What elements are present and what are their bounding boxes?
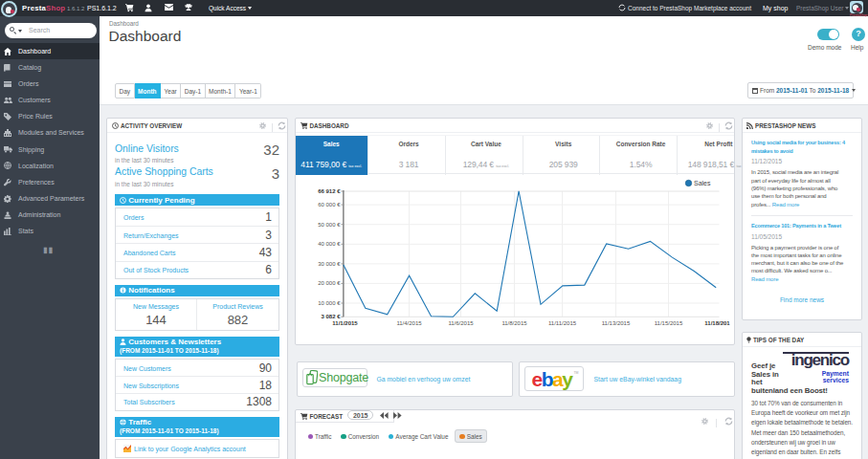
svg-text:40 000 €: 40 000 €: [318, 241, 341, 247]
svg-text:11/13/2015: 11/13/2015: [601, 320, 630, 326]
svg-text:11/18/201: 11/18/201: [704, 320, 730, 326]
svg-text:11/8/2015: 11/8/2015: [501, 320, 527, 326]
svg-text:11/15/2015: 11/15/2015: [654, 320, 682, 326]
svg-text:11/6/2015: 11/6/2015: [448, 320, 474, 326]
svg-text:66 912 €: 66 912 €: [318, 188, 341, 194]
svg-text:10 000 €: 10 000 €: [318, 300, 341, 306]
svg-text:11/4/2015: 11/4/2015: [396, 320, 422, 326]
svg-text:Sales: Sales: [694, 180, 711, 186]
svg-text:30 000 €: 30 000 €: [318, 261, 341, 267]
svg-text:60 000 €: 60 000 €: [318, 202, 341, 208]
svg-text:11/11/2015: 11/11/2015: [547, 320, 576, 326]
svg-text:20 000 €: 20 000 €: [318, 280, 341, 286]
svg-text:3 082 €: 3 082 €: [321, 314, 341, 319]
svg-text:50 000 €: 50 000 €: [318, 222, 341, 228]
svg-text:11/1/2015: 11/1/2015: [332, 320, 358, 326]
